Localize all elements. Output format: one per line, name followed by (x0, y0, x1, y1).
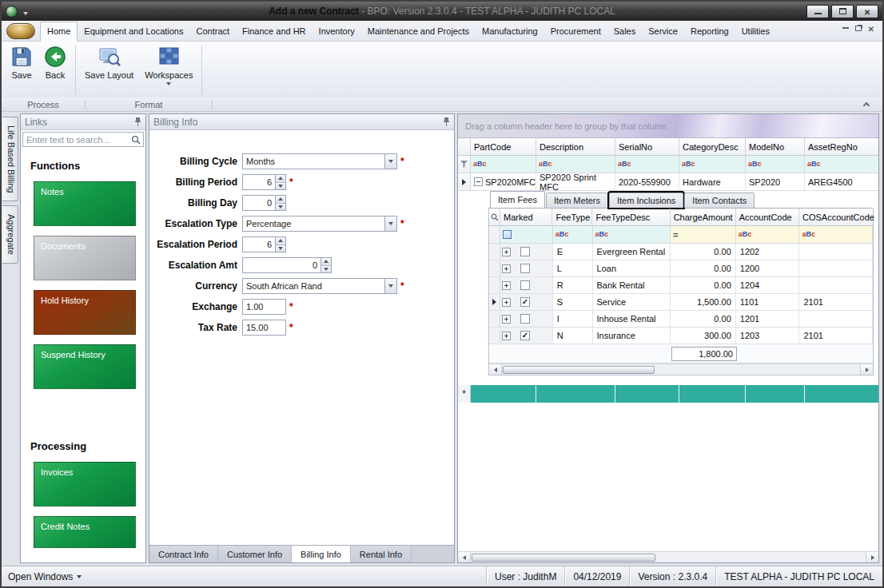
scroll-left-button[interactable] (458, 552, 471, 562)
marked-checkbox[interactable] (520, 314, 530, 324)
close-button[interactable] (856, 5, 878, 18)
fee-row-selected[interactable]: S Service 1,500.00 1101 2101 (489, 294, 873, 311)
spin-buttons[interactable] (275, 175, 285, 189)
dropdown-button[interactable] (384, 154, 396, 169)
column-header-accountcode[interactable]: AccountCode (736, 209, 799, 225)
ribbon-tab-contract[interactable]: Contract (190, 22, 237, 41)
column-header-categorydesc[interactable]: CategoryDesc (679, 138, 746, 155)
grid-new-item-row[interactable]: * (458, 385, 878, 403)
side-tab-aggregate[interactable]: Aggregate (2, 205, 18, 264)
dropdown-button[interactable] (384, 217, 396, 231)
column-header-feetype[interactable]: FeeType (552, 209, 592, 225)
billing-cycle-select[interactable]: Months (242, 153, 397, 169)
marked-checkbox[interactable] (520, 280, 530, 290)
ribbon-collapse-button[interactable] (860, 99, 873, 110)
grid-horizontal-scrollbar[interactable] (458, 551, 878, 562)
collapse-detail-icon[interactable] (474, 177, 483, 186)
detail-horizontal-scrollbar[interactable] (489, 364, 873, 375)
cell-feetypedesc[interactable]: Loan (593, 260, 671, 276)
billing-day-stepper[interactable]: 0 (242, 195, 286, 211)
fee-row[interactable]: R Bank Rental 0.00 1204 (489, 277, 873, 294)
marked-checkbox[interactable] (520, 247, 530, 256)
cell-feetype[interactable]: I (553, 311, 593, 327)
cell-accountcode[interactable]: 1204 (736, 277, 800, 293)
tab-billing-info[interactable]: Billing Info (292, 546, 351, 562)
cell-chargeamount[interactable]: 0.00 (671, 277, 736, 293)
escalation-period-stepper[interactable]: 6 (242, 236, 286, 252)
column-header-assetregno[interactable]: AssetRegNo (805, 138, 878, 155)
ribbon-minimize-icon[interactable] (842, 27, 849, 29)
expand-icon[interactable] (502, 315, 511, 324)
open-windows-button[interactable]: Open Windows (8, 571, 82, 582)
group-by-bar[interactable]: Drag a column header here to group by th… (458, 114, 878, 138)
notes-button[interactable]: Notes (34, 181, 136, 226)
workspaces-button[interactable]: Workspaces (139, 44, 198, 97)
exchange-field[interactable]: 1.00 (242, 299, 286, 315)
fee-row[interactable]: I Inhouse Rental 0.00 1201 (489, 311, 873, 328)
new-row-cell[interactable] (615, 385, 679, 403)
cell-chargeamount[interactable]: 1,500.00 (671, 294, 736, 310)
cell-cosaccountcode[interactable]: 2101 (799, 328, 873, 344)
column-header-feetypedesc[interactable]: FeeTypeDesc (592, 209, 670, 225)
filter-cell-marked[interactable] (500, 226, 553, 243)
cell-modelno[interactable]: SP2020 (746, 173, 805, 190)
search-icon[interactable] (131, 135, 141, 145)
fee-row[interactable]: N Insurance 300.00 1203 2101 (489, 328, 873, 344)
ribbon-close-icon[interactable] (868, 21, 874, 35)
filter-cell-accountcode[interactable] (736, 226, 800, 243)
cell-cosaccountcode[interactable] (799, 244, 873, 260)
tab-item-inclusions[interactable]: Item Inclusions (609, 193, 683, 208)
cell-feetypedesc[interactable]: Evergreen Rental (593, 244, 671, 260)
tab-item-contacts[interactable]: Item Contacts (684, 193, 755, 208)
new-row-cell[interactable] (536, 385, 615, 403)
titlebar-chevron-down-icon[interactable] (23, 4, 28, 18)
spin-buttons[interactable] (275, 237, 285, 252)
ribbon-tab-manufacturing[interactable]: Manufacturing (476, 22, 544, 41)
ribbon-tab-utilities[interactable]: Utilities (735, 22, 776, 41)
cell-feetype[interactable]: R (553, 277, 593, 293)
fee-row[interactable]: L Loan 0.00 1200 (489, 260, 873, 277)
cell-assetregno[interactable]: AREG4500 (805, 173, 878, 190)
cell-cosaccountcode[interactable] (799, 277, 873, 293)
column-header-modelno[interactable]: ModelNo (746, 138, 805, 155)
expand-icon[interactable] (502, 281, 511, 290)
cell-feetypedesc[interactable]: Inhouse Rental (593, 311, 671, 327)
ribbon-tab-sales[interactable]: Sales (607, 22, 643, 41)
tab-rental-info[interactable]: Rental Info (351, 546, 412, 562)
tab-customer-info[interactable]: Customer Info (218, 546, 292, 562)
cell-feetype[interactable]: N (553, 328, 593, 344)
cell-accountcode[interactable]: 1203 (736, 328, 800, 344)
filter-cell-feetype[interactable] (553, 226, 593, 243)
expand-icon[interactable] (502, 298, 511, 307)
ribbon-tab-finance-and-hr[interactable]: Finance and HR (236, 22, 313, 41)
ribbon-tab-maintenance-and-projects[interactable]: Maintenance and Projects (361, 22, 476, 41)
maximize-button[interactable] (831, 5, 854, 18)
marked-checkbox[interactable] (520, 331, 530, 340)
expand-icon[interactable] (502, 332, 511, 340)
scroll-right-button[interactable] (860, 364, 873, 375)
filter-cell-partcode[interactable] (471, 156, 536, 173)
cell-description[interactable]: SP2020 Sprint MFC (536, 173, 615, 190)
billing-period-stepper[interactable]: 6 (242, 174, 286, 190)
cell-accountcode[interactable]: 1101 (736, 294, 800, 310)
cell-feetypedesc[interactable]: Insurance (593, 328, 671, 344)
cell-cosaccountcode[interactable]: 2101 (799, 294, 873, 310)
cell-feetype[interactable]: E (553, 244, 593, 260)
cell-cosaccountcode[interactable] (799, 260, 873, 276)
marked-checkbox[interactable] (520, 297, 530, 307)
ribbon-restore-icon[interactable] (855, 26, 862, 31)
scrollbar-thumb[interactable] (503, 366, 655, 374)
tax-rate-field[interactable]: 15.00 (242, 320, 286, 336)
tab-contract-info[interactable]: Contract Info (149, 546, 218, 562)
filter-cell-modelno[interactable] (746, 156, 805, 173)
filter-cell-feetypedesc[interactable] (593, 226, 671, 243)
filter-cell-serialno[interactable] (615, 156, 679, 173)
ribbon-tab-service[interactable]: Service (642, 22, 684, 41)
filter-cell-assetregno[interactable] (805, 156, 878, 173)
tab-item-meters[interactable]: Item Meters (546, 193, 608, 208)
cell-feetype[interactable]: S (553, 294, 593, 310)
filter-cell-description[interactable] (536, 156, 615, 173)
new-row-cell[interactable] (805, 385, 878, 403)
new-row-cell[interactable] (679, 385, 746, 403)
filter-cell-cosaccountcode[interactable] (799, 226, 873, 243)
